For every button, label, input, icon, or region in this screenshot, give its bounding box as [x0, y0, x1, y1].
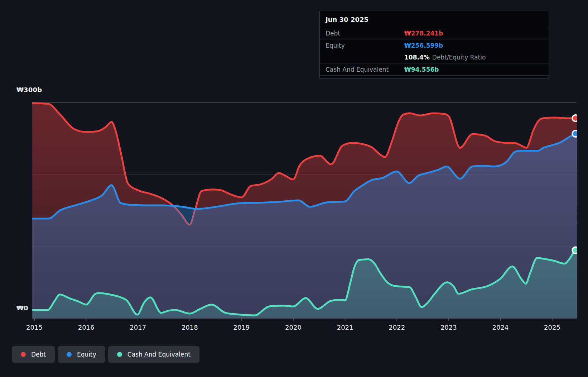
- legend-equity-label: Equity: [77, 351, 96, 358]
- debt-series-dot-icon: [21, 352, 26, 357]
- x-axis-tick-label: 2024: [492, 324, 509, 331]
- chart-tooltip: Jun 30 2025 Debt ₩278.241b Equity ₩256.5…: [319, 11, 549, 78]
- tooltip-equity-label: Equity: [326, 42, 404, 49]
- tooltip-row-cash: Cash And Equivalent ₩94.556b: [320, 63, 549, 75]
- legend-item-cash[interactable]: Cash And Equivalent: [108, 346, 199, 363]
- x-axis-tick-label: 2018: [182, 324, 198, 331]
- debt-equity-ratio-label: Debt/Equity Ratio: [432, 54, 486, 61]
- equity-series-dot-icon: [67, 352, 72, 357]
- x-axis-tick-label: 2022: [389, 324, 405, 331]
- x-axis-tick-label: 2019: [233, 324, 250, 331]
- legend-item-debt[interactable]: Debt: [12, 346, 55, 363]
- x-axis-tick-label: 2016: [78, 324, 95, 331]
- x-axis-tick-label: 2015: [26, 324, 43, 331]
- tooltip-debt-label: Debt: [326, 30, 404, 37]
- debt-equity-chart-page: ₩300b ₩0 2015201620172018201920202021202…: [0, 0, 588, 377]
- tooltip-cash-label: Cash And Equivalent: [326, 66, 404, 73]
- legend-debt-label: Debt: [31, 351, 46, 358]
- debt-equity-ratio-value: 108.4%: [404, 54, 430, 61]
- tooltip-cash-value: ₩94.556b: [404, 66, 439, 73]
- cash-series-dot-icon: [117, 352, 122, 357]
- tooltip-row-equity: Equity ₩256.599b: [320, 39, 549, 51]
- x-axis-tick-label: 2021: [337, 324, 353, 331]
- x-axis-tick-label: 2017: [130, 324, 146, 331]
- legend-item-equity[interactable]: Equity: [58, 346, 105, 363]
- legend-cash-label: Cash And Equivalent: [127, 351, 191, 358]
- y-axis-label-300b: ₩300b: [16, 86, 42, 94]
- tooltip-row-debt: Debt ₩278.241b: [320, 27, 549, 39]
- x-axis-tick-label: 2025: [544, 324, 560, 331]
- y-axis-label-0: ₩0: [16, 304, 28, 312]
- tooltip-equity-value: ₩256.599b: [404, 42, 443, 49]
- tooltip-date: Jun 30 2025: [320, 11, 549, 27]
- chart-legend: Debt Equity Cash And Equivalent: [12, 346, 199, 363]
- tooltip-row-ratio: 108.4%Debt/Equity Ratio: [320, 51, 549, 63]
- tooltip-debt-value: ₩278.241b: [404, 30, 443, 37]
- x-axis-tick-label: 2023: [440, 324, 457, 331]
- x-axis-tick-label: 2020: [285, 324, 302, 331]
